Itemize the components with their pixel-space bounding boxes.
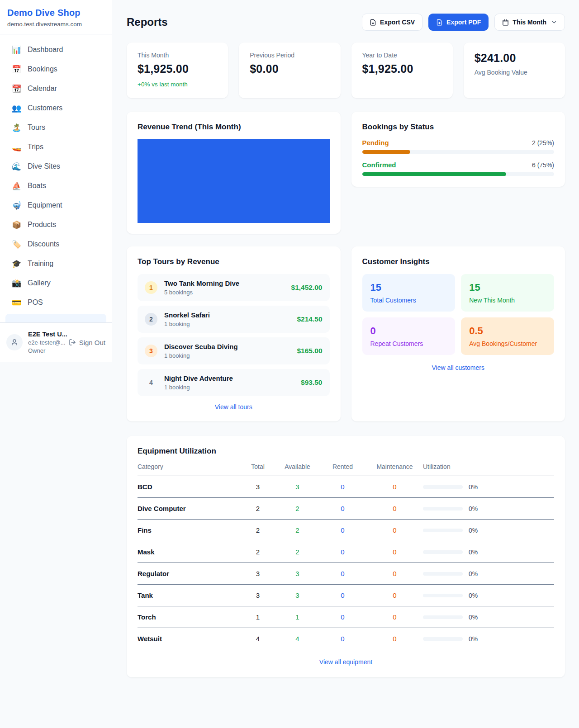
- user-name: E2E Test U...: [28, 330, 63, 339]
- tour-row: 3 Discover Scuba Diving 1 booking $165.0…: [138, 337, 330, 364]
- sign-out-button[interactable]: Sign Out: [69, 339, 105, 346]
- person-icon: [10, 338, 19, 346]
- revenue-trend-card: Revenue Trend (This Month): [127, 112, 341, 234]
- cell-utilization: 0%: [423, 592, 554, 599]
- stat-value: $241.00: [475, 52, 554, 65]
- utilization-percent: 0%: [469, 548, 478, 556]
- tile-value: 0: [370, 325, 447, 337]
- status-label: Pending: [362, 139, 389, 147]
- col-rented: Rented: [319, 463, 366, 470]
- view-all-equipment-link[interactable]: View all equipment: [138, 658, 554, 666]
- cell-rented: 0: [319, 526, 366, 534]
- wave-icon: 🌊: [12, 162, 21, 171]
- sidebar-item-label: Boats: [28, 182, 46, 190]
- progress-fill: [362, 172, 506, 176]
- stat-card-avg-booking-value: $241.00 Avg Booking Value: [464, 43, 565, 98]
- sidebar-item-label: Trips: [28, 143, 43, 151]
- utilization-percent: 0%: [469, 505, 478, 512]
- stat-card-this-month: This Month $1,925.00 +0% vs last month: [127, 43, 228, 98]
- sidebar-item-bookings[interactable]: 📅 Bookings: [5, 61, 106, 77]
- sidebar-item-label: Dashboard: [28, 46, 63, 54]
- page-title: Reports: [127, 16, 168, 28]
- sidebar-item-pos[interactable]: 💳 POS: [5, 294, 106, 311]
- sidebar-item-products[interactable]: 📦 Products: [5, 217, 106, 233]
- tour-row: 2 Snorkel Safari 1 booking $214.50: [138, 306, 330, 333]
- island-icon: 🏝️: [12, 123, 21, 132]
- progress-track: [362, 172, 555, 176]
- user-email: e2e-tester@...: [28, 339, 63, 347]
- view-all-tours-link[interactable]: View all tours: [138, 403, 330, 411]
- cell-utilization: 0%: [423, 614, 554, 621]
- progress-fill: [362, 150, 410, 154]
- tour-revenue: $93.50: [301, 378, 322, 387]
- stat-value: $0.00: [250, 62, 329, 76]
- cell-available: 4: [276, 635, 319, 643]
- export-pdf-button[interactable]: Export PDF: [428, 14, 489, 31]
- cell-maintenance: 0: [366, 613, 423, 621]
- file-download-icon: [370, 19, 376, 26]
- view-all-customers-link[interactable]: View all customers: [362, 364, 555, 371]
- diving-mask-icon: 🤿: [12, 201, 21, 210]
- cell-rented: 0: [319, 591, 366, 599]
- top-tours-card: Top Tours by Revenue 1 Two Tank Morning …: [127, 246, 341, 421]
- utilization-track: [423, 637, 463, 641]
- sidebar-item-dive-sites[interactable]: 🌊 Dive Sites: [5, 158, 106, 175]
- sidebar-item-calendar[interactable]: 📆 Calendar: [5, 80, 106, 97]
- tile-label: Total Customers: [370, 297, 447, 304]
- export-csv-button[interactable]: Export CSV: [362, 14, 422, 31]
- sidebar-item-equipment[interactable]: 🤿 Equipment: [5, 197, 106, 213]
- tour-name: Snorkel Safari: [164, 311, 210, 319]
- utilization-percent: 0%: [469, 570, 478, 577]
- utilization-track: [423, 594, 463, 597]
- cell-maintenance: 0: [366, 526, 423, 534]
- tour-revenue: $214.50: [297, 315, 322, 323]
- table-row: BCD 3 3 0 0 0%: [138, 476, 554, 498]
- cell-category: Torch: [138, 613, 240, 621]
- cell-rented: 0: [319, 548, 366, 556]
- utilization-track: [423, 550, 463, 554]
- sidebar-item-gallery[interactable]: 📸 Gallery: [5, 275, 106, 291]
- sidebar: Demo Dive Shop demo.test.divestreams.com…: [0, 0, 112, 362]
- table-row: Regulator 3 3 0 0 0%: [138, 563, 554, 585]
- tour-name: Night Dive Adventure: [164, 374, 233, 382]
- period-label: This Month: [513, 19, 546, 26]
- stat-card-previous-period: Previous Period $0.00: [239, 43, 340, 98]
- rank-badge: 4: [145, 376, 157, 389]
- sidebar-item-boats[interactable]: ⛵ Boats: [5, 178, 106, 194]
- sidebar-item-tours[interactable]: 🏝️ Tours: [5, 119, 106, 136]
- sidebar-item-training[interactable]: 🎓 Training: [5, 255, 106, 272]
- stat-label: Avg Booking Value: [475, 69, 554, 76]
- cell-total: 2: [240, 526, 276, 534]
- utilization-track: [423, 572, 463, 576]
- sidebar-item-label: Products: [28, 221, 56, 229]
- revenue-trend-title: Revenue Trend (This Month): [138, 123, 330, 132]
- package-icon: 📦: [12, 220, 21, 230]
- utilization-percent: 0%: [469, 527, 478, 534]
- sidebar-item-reports-active[interactable]: [5, 314, 106, 322]
- table-body: BCD 3 3 0 0 0% Dive Computer 2 2 0 0 0% …: [138, 476, 554, 649]
- cell-rented: 0: [319, 483, 366, 491]
- table-row: Dive Computer 2 2 0 0 0%: [138, 498, 554, 520]
- sidebar-item-discounts[interactable]: 🏷️ Discounts: [5, 236, 106, 252]
- sidebar-item-dashboard[interactable]: 📊 Dashboard: [5, 42, 106, 58]
- tour-bookings: 1 booking: [164, 384, 233, 391]
- table-row: Mask 2 2 0 0 0%: [138, 541, 554, 563]
- cell-category: Regulator: [138, 570, 240, 577]
- cell-category: Dive Computer: [138, 505, 240, 512]
- cell-rented: 0: [319, 613, 366, 621]
- col-category: Category: [138, 463, 240, 470]
- cell-rented: 0: [319, 570, 366, 577]
- cell-maintenance: 0: [366, 505, 423, 512]
- sidebar-item-customers[interactable]: 👥 Customers: [5, 100, 106, 116]
- period-dropdown[interactable]: This Month: [494, 14, 565, 31]
- stat-cards: This Month $1,925.00 +0% vs last month P…: [127, 43, 565, 98]
- tag-icon: 🏷️: [12, 240, 21, 249]
- equipment-utilization-card: Equipment Utilization Category Total Ava…: [127, 436, 565, 677]
- status-label: Confirmed: [362, 161, 396, 169]
- sidebar-nav: 📊 Dashboard 📅 Bookings 📆 Calendar 👥 Cust…: [0, 34, 112, 322]
- bookings-by-status-title: Bookings by Status: [362, 123, 555, 132]
- calendar-icon: 📅: [12, 65, 21, 74]
- tile-avg-bookings: 0.5 Avg Bookings/Customer: [461, 317, 554, 355]
- sidebar-item-trips[interactable]: 🚤 Trips: [5, 139, 106, 155]
- tour-name: Discover Scuba Diving: [164, 343, 238, 350]
